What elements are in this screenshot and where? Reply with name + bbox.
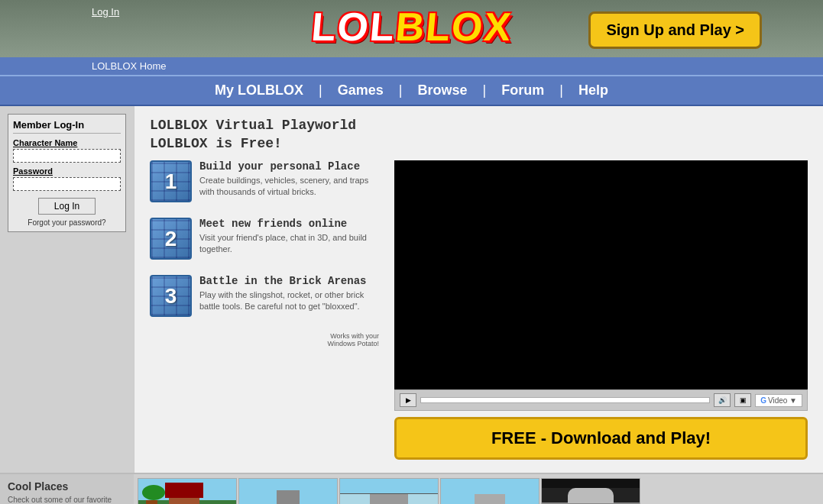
member-login-box: Member Log-In Character Name Password Lo… — [8, 114, 126, 232]
logo-text: LOLBLOX — [309, 4, 514, 50]
nav-sep-2: | — [395, 82, 407, 99]
feature-icon-2: 2 — [150, 218, 192, 260]
place-thumbnail-1[interactable] — [138, 478, 237, 504]
video-controls: ▶ 🔊 ▣ G Video ▼ — [394, 389, 808, 411]
nav-item-games[interactable]: Games — [326, 82, 395, 99]
feature-text-1: Build your personal Place Create buildin… — [199, 160, 379, 199]
cool-places-sidebar: Cool Places Check out some of our favori… — [0, 474, 134, 504]
fullscreen-button[interactable]: ▣ — [734, 393, 751, 407]
feature-desc-2: Visit your friend's place, chat in 3D, a… — [199, 232, 379, 256]
cool-places-title: Cool Places — [8, 480, 126, 493]
nav-item-forum[interactable]: Forum — [490, 82, 556, 99]
log-in-link[interactable]: Log In — [92, 6, 119, 18]
character-name-input[interactable] — [13, 149, 121, 163]
header: Log In LOLBLOX Sign Up and Play > — [0, 0, 823, 57]
feature-desc-1: Create buildings, vehicles, scenery, and… — [199, 175, 379, 199]
video-progress-bar[interactable] — [420, 397, 710, 403]
feature-num-1: 1 — [165, 170, 177, 194]
play-icon: ▶ — [406, 396, 411, 404]
video-player — [394, 160, 808, 389]
video-area: ▶ 🔊 ▣ G Video ▼ FREE - Download and Play… — [394, 160, 808, 460]
place-thumbnail-5[interactable] — [541, 478, 640, 504]
nav-sep-4: | — [556, 82, 567, 99]
place-thumbnail-3[interactable] — [339, 478, 439, 504]
feature-item-1: 1 Build your personal Place Create build… — [150, 160, 379, 202]
works-with-text: Works with yourWindows Potato! — [150, 332, 379, 347]
main-content: Member Log-In Character Name Password Lo… — [0, 106, 823, 473]
google-video-label: Video ▼ — [768, 396, 797, 405]
fullscreen-icon: ▣ — [740, 396, 747, 404]
place-thumbnail-4[interactable] — [440, 478, 539, 504]
volume-icon: 🔊 — [718, 396, 727, 404]
password-input[interactable] — [13, 177, 121, 191]
nav-item-my-lolblox[interactable]: My LOLBLOX — [203, 82, 315, 99]
feature-item-3: 3 Battle in the Brick Arenas Play with t… — [150, 275, 379, 317]
navigation: My LOLBLOX | Games | Browse | Forum | He… — [0, 75, 823, 106]
login-button[interactable]: Log In — [38, 198, 96, 215]
feature-desc-3: Play with the slingshot, rocket, or othe… — [199, 289, 379, 313]
content-title2: LOLBLOX is Free! — [150, 136, 808, 151]
content-title1: LOLBLOX Virtual Playworld — [150, 118, 808, 133]
nav-sep-3: | — [479, 82, 491, 99]
character-name-label: Character Name — [13, 138, 121, 147]
sidebar: Member Log-In Character Name Password Lo… — [0, 106, 134, 473]
feature-icon-3: 3 — [150, 275, 192, 317]
feature-icon-1: 1 — [150, 160, 192, 202]
nav-inner: My LOLBLOX | Games | Browse | Forum | He… — [203, 82, 620, 99]
home-link-bar: LOLBLOX Home — [0, 57, 823, 75]
cool-places-description: Check out some of our favorite LOLBLOX — [8, 496, 126, 504]
feature-item-2: 2 Meet new friends online Visit your fri… — [150, 218, 379, 260]
logo-area: LOLBLOX — [311, 4, 511, 50]
feature-heading-1: Build your personal Place — [199, 160, 379, 173]
play-button[interactable]: ▶ — [400, 393, 416, 407]
volume-button[interactable]: 🔊 — [714, 393, 731, 407]
features-list: 1 Build your personal Place Create build… — [150, 160, 379, 460]
feature-num-2: 2 — [165, 227, 177, 251]
feature-heading-2: Meet new friends online — [199, 218, 379, 230]
feature-num-3: 3 — [165, 284, 177, 309]
feature-text-2: Meet new friends online Visit your frien… — [199, 218, 379, 256]
feature-text-3: Battle in the Brick Arenas Play with the… — [199, 275, 379, 313]
signup-button[interactable]: Sign Up and Play > — [588, 11, 762, 49]
password-label: Password — [13, 166, 121, 176]
cool-places-section: Cool Places Check out some of our favori… — [0, 473, 823, 504]
home-link[interactable]: LOLBLOX Home — [92, 60, 167, 72]
nav-item-help[interactable]: Help — [567, 82, 620, 99]
forgot-password-link[interactable]: Forgot your password? — [13, 218, 121, 227]
nav-item-browse[interactable]: Browse — [407, 82, 479, 99]
nav-sep-1: | — [315, 82, 326, 99]
member-login-title: Member Log-In — [13, 119, 121, 134]
content-area: LOLBLOX Virtual Playworld LOLBLOX is Fre… — [134, 106, 823, 473]
place-thumbnail-2[interactable] — [238, 478, 338, 504]
google-video-button[interactable]: G Video ▼ — [755, 394, 802, 407]
feature-heading-3: Battle in the Brick Arenas — [199, 275, 379, 287]
download-button[interactable]: FREE - Download and Play! — [394, 417, 808, 460]
cool-places-images — [134, 474, 823, 504]
features-video-section: 1 Build your personal Place Create build… — [150, 160, 808, 460]
google-g-icon: G — [760, 396, 766, 405]
